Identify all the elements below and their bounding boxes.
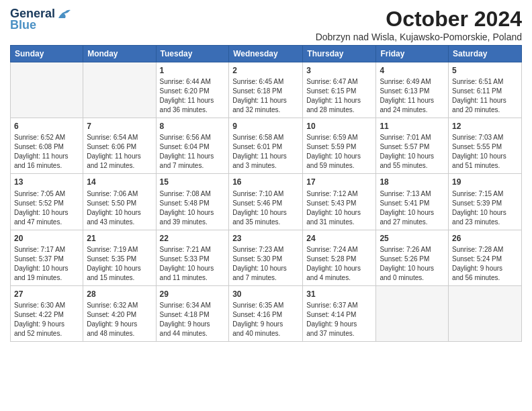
logo-blue: Blue [10, 18, 36, 32]
calendar-cell: 15Sunrise: 7:08 AM Sunset: 5:48 PM Dayli… [156, 174, 229, 230]
calendar-week-row: 20Sunrise: 7:17 AM Sunset: 5:37 PM Dayli… [11, 230, 522, 285]
day-number: 7 [87, 121, 152, 132]
day-info: Sunrise: 7:08 AM Sunset: 5:48 PM Dayligh… [160, 189, 226, 227]
day-number: 31 [306, 289, 372, 300]
day-info: Sunrise: 7:19 AM Sunset: 5:35 PM Dayligh… [87, 245, 152, 283]
day-number: 12 [452, 121, 518, 132]
calendar-week-row: 27Sunrise: 6:30 AM Sunset: 4:22 PM Dayli… [11, 285, 522, 341]
calendar-week-row: 6Sunrise: 6:52 AM Sunset: 6:08 PM Daylig… [11, 118, 522, 174]
calendar-cell: 2Sunrise: 6:45 AM Sunset: 6:18 PM Daylig… [229, 62, 303, 118]
calendar-cell: 22Sunrise: 7:21 AM Sunset: 5:33 PM Dayli… [156, 230, 229, 285]
day-info: Sunrise: 6:52 AM Sunset: 6:08 PM Dayligh… [14, 133, 79, 171]
day-info: Sunrise: 6:44 AM Sunset: 6:20 PM Dayligh… [160, 77, 226, 115]
day-number: 13 [14, 177, 79, 187]
calendar-header-row: Sunday Monday Tuesday Wednesday Thursday… [11, 46, 522, 62]
day-number: 25 [380, 233, 445, 244]
day-number: 6 [14, 121, 79, 132]
calendar-cell: 26Sunrise: 7:28 AM Sunset: 5:24 PM Dayli… [449, 230, 522, 285]
day-number: 29 [160, 289, 226, 300]
main-title: October 2024 [316, 7, 522, 32]
day-info: Sunrise: 7:03 AM Sunset: 5:55 PM Dayligh… [452, 133, 518, 171]
day-info: Sunrise: 6:56 AM Sunset: 6:04 PM Dayligh… [160, 133, 226, 171]
day-number: 2 [232, 65, 299, 76]
calendar-cell: 6Sunrise: 6:52 AM Sunset: 6:08 PM Daylig… [11, 118, 83, 174]
calendar-cell: 8Sunrise: 6:56 AM Sunset: 6:04 PM Daylig… [156, 118, 229, 174]
day-info: Sunrise: 7:23 AM Sunset: 5:30 PM Dayligh… [232, 245, 299, 283]
day-number: 4 [380, 65, 445, 76]
day-info: Sunrise: 6:58 AM Sunset: 6:01 PM Dayligh… [232, 133, 299, 171]
day-number: 21 [87, 233, 152, 244]
col-thursday: Thursday [303, 46, 376, 62]
calendar-cell: 23Sunrise: 7:23 AM Sunset: 5:30 PM Dayli… [229, 230, 303, 285]
day-info: Sunrise: 6:30 AM Sunset: 4:22 PM Dayligh… [14, 301, 79, 338]
day-info: Sunrise: 7:06 AM Sunset: 5:50 PM Dayligh… [87, 189, 152, 227]
day-number: 22 [160, 233, 226, 244]
header: General Blue October 2024 Dobrzyn nad Wi… [10, 7, 522, 42]
calendar-cell: 29Sunrise: 6:34 AM Sunset: 4:18 PM Dayli… [156, 285, 229, 341]
day-number: 10 [306, 121, 372, 132]
day-info: Sunrise: 6:34 AM Sunset: 4:18 PM Dayligh… [160, 301, 226, 338]
day-info: Sunrise: 7:01 AM Sunset: 5:57 PM Dayligh… [380, 133, 445, 171]
day-number: 14 [87, 177, 152, 187]
calendar-cell: 10Sunrise: 6:59 AM Sunset: 5:59 PM Dayli… [303, 118, 376, 174]
calendar-cell [376, 285, 449, 341]
day-number: 16 [232, 177, 299, 187]
calendar-cell: 21Sunrise: 7:19 AM Sunset: 5:35 PM Dayli… [83, 230, 156, 285]
day-info: Sunrise: 7:24 AM Sunset: 5:28 PM Dayligh… [306, 245, 372, 283]
col-monday: Monday [83, 46, 156, 62]
day-number: 19 [452, 177, 518, 187]
logo-bird-icon [57, 9, 72, 19]
col-wednesday: Wednesday [229, 46, 303, 62]
calendar-cell: 27Sunrise: 6:30 AM Sunset: 4:22 PM Dayli… [11, 285, 83, 341]
day-info: Sunrise: 7:05 AM Sunset: 5:52 PM Dayligh… [14, 189, 79, 227]
calendar-cell: 7Sunrise: 6:54 AM Sunset: 6:06 PM Daylig… [83, 118, 156, 174]
subtitle: Dobrzyn nad Wisla, Kujawsko-Pomorskie, P… [316, 32, 522, 42]
calendar-cell: 24Sunrise: 7:24 AM Sunset: 5:28 PM Dayli… [303, 230, 376, 285]
calendar-cell: 9Sunrise: 6:58 AM Sunset: 6:01 PM Daylig… [229, 118, 303, 174]
day-number: 11 [380, 121, 445, 132]
calendar-cell: 31Sunrise: 6:37 AM Sunset: 4:14 PM Dayli… [303, 285, 376, 341]
day-number: 1 [160, 65, 226, 76]
col-sunday: Sunday [11, 46, 83, 62]
calendar-cell: 30Sunrise: 6:35 AM Sunset: 4:16 PM Dayli… [229, 285, 303, 341]
day-number: 18 [380, 177, 445, 187]
calendar-cell: 11Sunrise: 7:01 AM Sunset: 5:57 PM Dayli… [376, 118, 449, 174]
day-number: 24 [306, 233, 372, 244]
calendar-cell: 16Sunrise: 7:10 AM Sunset: 5:46 PM Dayli… [229, 174, 303, 230]
day-number: 15 [160, 177, 226, 187]
calendar-cell [449, 285, 522, 341]
page: General Blue October 2024 Dobrzyn nad Wi… [0, 0, 532, 349]
day-info: Sunrise: 7:15 AM Sunset: 5:39 PM Dayligh… [452, 189, 518, 227]
day-info: Sunrise: 6:47 AM Sunset: 6:15 PM Dayligh… [306, 77, 372, 115]
day-number: 30 [232, 289, 299, 300]
day-info: Sunrise: 7:26 AM Sunset: 5:26 PM Dayligh… [380, 245, 445, 283]
day-info: Sunrise: 7:12 AM Sunset: 5:43 PM Dayligh… [306, 189, 372, 227]
calendar-cell: 5Sunrise: 6:51 AM Sunset: 6:11 PM Daylig… [449, 62, 522, 118]
day-number: 8 [160, 121, 226, 132]
day-info: Sunrise: 7:13 AM Sunset: 5:41 PM Dayligh… [380, 189, 445, 227]
calendar-cell: 4Sunrise: 6:49 AM Sunset: 6:13 PM Daylig… [376, 62, 449, 118]
logo: General Blue [10, 7, 72, 32]
col-friday: Friday [376, 46, 449, 62]
calendar-cell: 19Sunrise: 7:15 AM Sunset: 5:39 PM Dayli… [449, 174, 522, 230]
day-number: 5 [452, 65, 518, 76]
day-number: 9 [232, 121, 299, 132]
calendar: Sunday Monday Tuesday Wednesday Thursday… [10, 45, 522, 342]
day-info: Sunrise: 6:45 AM Sunset: 6:18 PM Dayligh… [232, 77, 299, 115]
day-number: 23 [232, 233, 299, 244]
day-number: 28 [87, 289, 152, 300]
day-info: Sunrise: 7:17 AM Sunset: 5:37 PM Dayligh… [14, 245, 79, 283]
day-number: 20 [14, 233, 79, 244]
calendar-cell: 25Sunrise: 7:26 AM Sunset: 5:26 PM Dayli… [376, 230, 449, 285]
day-info: Sunrise: 6:59 AM Sunset: 5:59 PM Dayligh… [306, 133, 372, 171]
day-number: 27 [14, 289, 79, 300]
day-info: Sunrise: 6:49 AM Sunset: 6:13 PM Dayligh… [380, 77, 445, 115]
day-number: 17 [306, 177, 372, 187]
col-saturday: Saturday [449, 46, 522, 62]
day-info: Sunrise: 6:32 AM Sunset: 4:20 PM Dayligh… [87, 301, 152, 338]
calendar-week-row: 1Sunrise: 6:44 AM Sunset: 6:20 PM Daylig… [11, 62, 522, 118]
day-info: Sunrise: 7:28 AM Sunset: 5:24 PM Dayligh… [452, 245, 518, 283]
calendar-week-row: 13Sunrise: 7:05 AM Sunset: 5:52 PM Dayli… [11, 174, 522, 230]
calendar-cell: 28Sunrise: 6:32 AM Sunset: 4:20 PM Dayli… [83, 285, 156, 341]
calendar-cell: 13Sunrise: 7:05 AM Sunset: 5:52 PM Dayli… [11, 174, 83, 230]
